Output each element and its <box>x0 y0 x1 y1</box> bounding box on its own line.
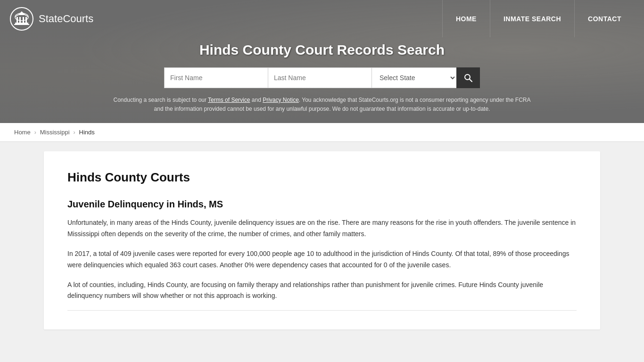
svg-line-10 <box>470 79 472 82</box>
svg-point-0 <box>10 8 33 30</box>
content-paragraph-1: Unfortunately, in many areas of the Hind… <box>67 217 577 240</box>
content-paragraph-3: A lot of counties, including, Hinds Coun… <box>67 280 577 302</box>
section1-heading: Juvenile Delinquency in Hinds, MS <box>67 199 577 210</box>
logo-icon <box>9 7 34 31</box>
nav-links: HOME INMATE SEARCH CONTACT <box>442 0 635 37</box>
svg-rect-2 <box>17 17 18 23</box>
breadcrumb-current: Hinds <box>79 129 95 136</box>
hero-content: Hinds County Court Records Search Select… <box>0 37 644 123</box>
search-bar: Select State Alabama Alaska Arizona Miss… <box>9 67 635 88</box>
svg-rect-6 <box>15 23 28 24</box>
nav-inmate-search[interactable]: INMATE SEARCH <box>490 0 574 37</box>
content-divider <box>67 310 577 311</box>
breadcrumb-state[interactable]: Mississippi <box>40 129 70 136</box>
content-card: Hinds County Courts Juvenile Delinquency… <box>44 151 600 329</box>
logo-text: StateCourts <box>39 13 93 25</box>
breadcrumb-sep-2: › <box>74 129 75 136</box>
privacy-link[interactable]: Privacy Notice <box>263 97 299 103</box>
page-wrapper: Hinds County Courts Juvenile Delinquency… <box>0 142 644 339</box>
breadcrumb-sep-1: › <box>34 129 36 136</box>
svg-rect-5 <box>25 17 27 23</box>
content-heading: Hinds County Courts <box>67 170 577 185</box>
site-logo[interactable]: StateCourts <box>9 7 93 31</box>
state-select[interactable]: Select State Alabama Alaska Arizona Miss… <box>372 67 456 88</box>
disclaimer-text: Conducting a search is subject to our Te… <box>110 96 534 123</box>
hero-title: Hinds County Court Records Search <box>9 42 635 58</box>
content-paragraph-2: In 2017, a total of 409 juvenile cases w… <box>67 248 577 271</box>
svg-rect-7 <box>14 24 29 25</box>
top-navigation: StateCourts HOME INMATE SEARCH CONTACT <box>0 0 644 37</box>
search-icon <box>463 73 473 82</box>
hero-section: StateCourts HOME INMATE SEARCH CONTACT H… <box>0 0 644 123</box>
first-name-input[interactable] <box>164 67 268 88</box>
breadcrumb: Home › Mississippi › Hinds <box>0 123 644 142</box>
svg-rect-3 <box>19 17 21 23</box>
search-button[interactable] <box>456 67 480 88</box>
nav-contact[interactable]: CONTACT <box>574 0 635 37</box>
last-name-input[interactable] <box>268 67 372 88</box>
terms-link[interactable]: Terms of Service <box>208 97 250 103</box>
svg-rect-4 <box>23 17 24 23</box>
breadcrumb-home[interactable]: Home <box>14 129 31 136</box>
nav-home[interactable]: HOME <box>442 0 490 37</box>
